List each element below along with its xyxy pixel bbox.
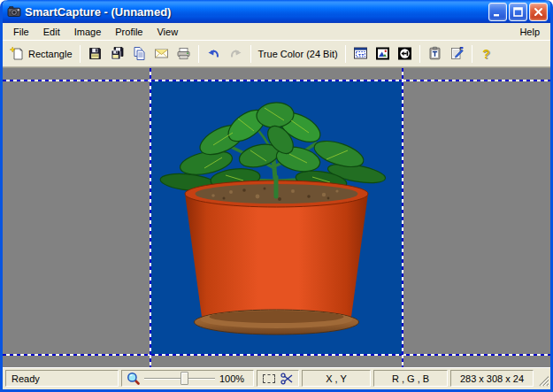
capture-mode-label: Rectangle xyxy=(28,49,73,59)
undo-button[interactable] xyxy=(203,43,225,65)
status-bar: Ready 100% X , Y R , G , B 28 xyxy=(3,367,550,389)
new-page-sparkle-icon xyxy=(10,46,25,61)
toolbar: Rectangle xyxy=(3,40,550,67)
printer-icon xyxy=(176,46,191,61)
selection-tools-panel xyxy=(257,370,299,387)
scissors-icon[interactable] xyxy=(280,373,294,385)
toolbar-separator xyxy=(250,45,251,63)
menu-view[interactable]: View xyxy=(150,25,185,39)
maximize-button[interactable] xyxy=(509,3,527,21)
toolbar-separator xyxy=(472,45,472,63)
paste-clipboard-icon xyxy=(427,46,442,61)
paste-clipboard-button[interactable] xyxy=(424,43,446,65)
capture-window-button[interactable] xyxy=(349,43,372,65)
menu-image[interactable]: Image xyxy=(67,25,109,39)
menu-help[interactable]: Help xyxy=(512,25,547,39)
image-dimensions: 283 x 308 x 24 xyxy=(450,370,534,387)
copy-button[interactable] xyxy=(128,43,150,65)
menu-profile[interactable]: Profile xyxy=(108,25,150,39)
save-all-icon xyxy=(110,46,125,61)
capture-image-icon xyxy=(375,46,390,61)
toolbar-separator xyxy=(80,45,81,63)
new-capture-button[interactable]: Rectangle xyxy=(6,43,76,65)
copy-pages-icon xyxy=(132,46,147,61)
crop-guide-bottom[interactable] xyxy=(3,354,550,356)
print-button[interactable] xyxy=(173,43,195,65)
zoom-level: 100% xyxy=(219,373,244,384)
capture-cursor-icon xyxy=(397,46,412,61)
resize-grip[interactable] xyxy=(536,370,549,387)
capture-cursor-button[interactable] xyxy=(394,43,416,65)
zoom-slider-thumb[interactable] xyxy=(180,372,188,385)
email-button[interactable] xyxy=(150,43,173,65)
status-message: Ready xyxy=(5,370,119,387)
save-button[interactable] xyxy=(84,43,106,65)
potted-plant-picture xyxy=(151,81,402,354)
minimize-button[interactable] xyxy=(488,3,507,21)
window-title: SmartCapture - (Unnamed) xyxy=(25,5,488,19)
color-depth-button[interactable]: True Color (24 Bit) xyxy=(255,43,342,65)
save-all-button[interactable] xyxy=(106,43,128,65)
captured-image[interactable] xyxy=(151,81,402,354)
close-icon xyxy=(533,6,544,18)
window-controls xyxy=(488,3,548,21)
crop-guide-left[interactable] xyxy=(150,68,151,367)
capture-image-button[interactable] xyxy=(372,43,394,65)
properties-sheet-icon xyxy=(449,46,465,61)
menu-file[interactable]: File xyxy=(6,25,36,39)
zoom-panel: 100% xyxy=(121,370,254,387)
menu-bar: File Edit Image Profile View Help xyxy=(3,23,550,40)
undo-arrow-icon xyxy=(206,46,221,61)
minimize-icon xyxy=(492,6,503,18)
help-question-icon: ? xyxy=(482,47,490,61)
maximize-icon xyxy=(512,6,524,18)
title-bar: SmartCapture - (Unnamed) xyxy=(3,0,550,23)
close-button[interactable] xyxy=(529,3,548,21)
magnifier-icon xyxy=(127,372,140,385)
zoom-slider-track[interactable] xyxy=(144,378,215,380)
menu-edit[interactable]: Edit xyxy=(36,25,67,39)
redo-button[interactable] xyxy=(225,43,247,65)
app-window: SmartCapture - (Unnamed) File Edit Image… xyxy=(0,0,553,392)
toolbar-separator xyxy=(419,45,420,63)
email-envelope-icon xyxy=(154,46,169,61)
color-depth-label: True Color (24 Bit) xyxy=(258,49,338,59)
redo-arrow-icon xyxy=(228,46,243,61)
pixel-rgb-values: R , G , B xyxy=(373,370,448,387)
toolbar-separator xyxy=(345,45,346,63)
crop-guide-right[interactable] xyxy=(402,68,403,367)
cursor-coordinates: X , Y xyxy=(302,370,371,387)
toolbar-separator xyxy=(198,45,199,63)
crop-guide-top[interactable] xyxy=(3,80,550,81)
floppy-save-icon xyxy=(88,46,103,61)
help-button[interactable]: ? xyxy=(476,43,497,65)
camera-app-icon xyxy=(7,4,21,19)
capture-canvas[interactable] xyxy=(3,67,550,367)
capture-window-icon xyxy=(353,46,368,61)
selection-rectangle-icon[interactable] xyxy=(263,374,275,383)
zoom-slider[interactable] xyxy=(144,371,215,386)
properties-button[interactable] xyxy=(446,43,468,65)
